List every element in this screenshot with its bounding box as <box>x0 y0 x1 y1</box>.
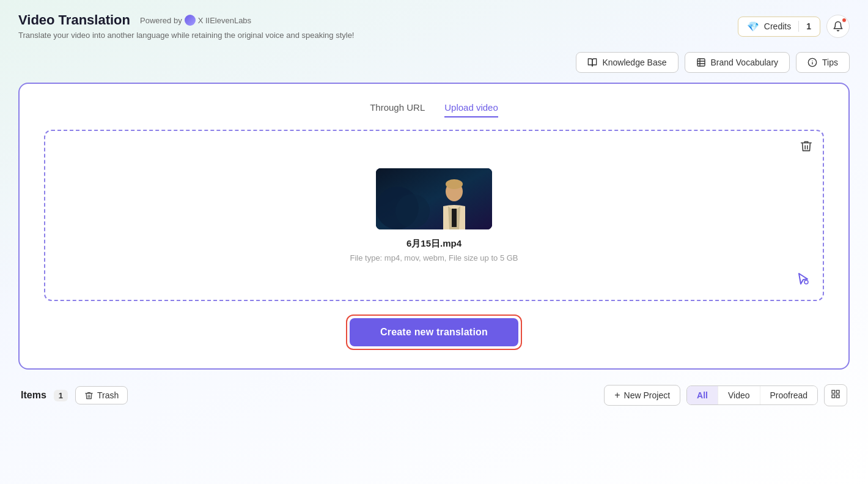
video-thumb-inner <box>376 168 492 229</box>
trash-label: Trash <box>97 390 119 400</box>
filter-proofread-button[interactable]: Proofread <box>760 386 817 404</box>
new-project-label: New Project <box>624 390 670 400</box>
tab-upload-video[interactable]: Upload video <box>444 102 498 117</box>
trash-icon <box>800 140 813 153</box>
credits-label: Credits <box>764 21 791 31</box>
brand-vocabulary-icon <box>696 58 706 67</box>
credits-count: 1 <box>806 21 811 31</box>
main-card: Through URL Upload video <box>18 83 850 370</box>
plus-icon: + <box>614 390 620 401</box>
filter-video-button[interactable]: Video <box>718 386 760 404</box>
svg-rect-16 <box>832 395 835 398</box>
powered-brand: X IIElevenLabs <box>198 16 251 25</box>
credits-button[interactable]: 💎 Credits 1 <box>738 17 820 37</box>
cursor-pointer-icon <box>796 272 811 290</box>
delete-file-button[interactable] <box>800 140 813 156</box>
upload-tabs: Through URL Upload video <box>44 102 824 117</box>
logo-icon <box>185 15 196 26</box>
video-preview-svg <box>376 168 492 229</box>
header-right: 💎 Credits 1 <box>738 15 850 38</box>
trash-bottom-icon <box>84 391 94 400</box>
items-label: Items <box>21 390 46 401</box>
svg-rect-0 <box>697 59 705 66</box>
bottom-bar: Items 1 Trash + New Project All Vide <box>18 384 850 406</box>
bottom-left: Items 1 Trash <box>21 386 128 404</box>
tips-label: Tips <box>822 58 838 67</box>
file-hint: File type: mp4, mov, webm, File size up … <box>350 253 518 262</box>
new-project-button[interactable]: + New Project <box>604 385 680 406</box>
filter-all-button[interactable]: All <box>687 386 718 404</box>
header: Video Translation Powered by X IIElevenL… <box>18 12 850 40</box>
credits-divider <box>798 21 799 32</box>
header-title: Video Translation Powered by X IIElevenL… <box>18 12 354 28</box>
svg-rect-14 <box>832 390 835 393</box>
bell-icon <box>833 21 844 32</box>
credits-diamond-icon: 💎 <box>747 21 759 32</box>
knowledge-base-label: Knowledge Base <box>602 58 666 67</box>
knowledge-base-icon <box>587 58 597 67</box>
filter-group: All Video Proofread <box>686 385 818 405</box>
app-title: Video Translation <box>18 12 130 28</box>
upload-area[interactable]: 6月15日.mp4 File type: mp4, mov, webm, Fil… <box>44 130 824 301</box>
tips-info-icon <box>807 58 817 67</box>
powered-by: Powered by X IIElevenLabs <box>140 15 251 26</box>
svg-rect-11 <box>452 209 457 227</box>
tips-button[interactable]: Tips <box>796 52 850 73</box>
bottom-right: + New Project All Video Proofread <box>604 384 847 406</box>
svg-rect-17 <box>836 395 839 398</box>
grid-view-button[interactable] <box>824 384 847 406</box>
powered-by-text: Powered by <box>140 16 182 25</box>
notification-button[interactable] <box>826 15 850 38</box>
svg-rect-15 <box>836 390 839 393</box>
notification-dot <box>842 18 847 23</box>
video-thumbnail <box>376 168 492 229</box>
svg-point-13 <box>804 280 808 284</box>
svg-point-12 <box>446 179 463 189</box>
create-translation-button[interactable]: Create new translation <box>350 318 518 346</box>
grid-icon <box>831 389 840 399</box>
svg-point-9 <box>395 194 430 228</box>
header-left: Video Translation Powered by X IIElevenL… <box>18 12 354 40</box>
items-count: 1 <box>54 390 68 401</box>
tab-through-url[interactable]: Through URL <box>370 102 425 117</box>
filename: 6月15日.mp4 <box>406 238 462 250</box>
knowledge-base-button[interactable]: Knowledge Base <box>576 52 678 73</box>
create-btn-wrapper: Create new translation <box>44 315 824 350</box>
toolbar-row: Knowledge Base Brand Vocabulary Tips <box>18 52 850 73</box>
brand-vocabulary-label: Brand Vocabulary <box>711 58 779 67</box>
create-btn-highlight: Create new translation <box>346 315 522 350</box>
trash-button[interactable]: Trash <box>75 386 128 404</box>
subtitle: Translate your video into another langua… <box>18 31 354 40</box>
powered-logo <box>185 15 196 26</box>
brand-vocabulary-button[interactable]: Brand Vocabulary <box>685 52 790 73</box>
